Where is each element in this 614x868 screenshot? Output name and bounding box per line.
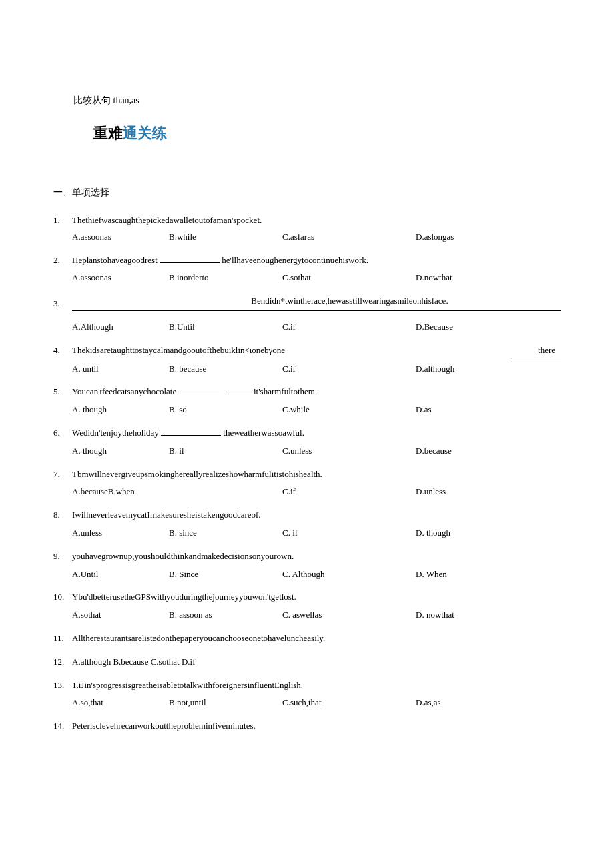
option-a: A.Until xyxy=(72,568,169,582)
option-c: C. if xyxy=(282,526,416,540)
blank-icon xyxy=(161,428,221,436)
option-a: A. until xyxy=(72,362,169,376)
option-d: D. though xyxy=(416,526,561,540)
option-a: A. though xyxy=(72,403,169,417)
option-d: D.Because xyxy=(416,320,561,334)
blank-icon xyxy=(179,386,219,394)
stem-post: he'llhaveenoughenergytocontinuehiswork. xyxy=(222,255,368,265)
stem-above: Bendidn*twintherace,hewasstillwearingasm… xyxy=(72,294,561,308)
option-d: D. When xyxy=(416,568,561,582)
option-d: D.as,as xyxy=(416,696,561,710)
question-number: 7. xyxy=(53,468,72,482)
option-d: D.nowthat xyxy=(416,271,561,285)
stem-post: it'sharmfultothem. xyxy=(254,386,317,396)
question-stem: Tbmwillnevergiveupsmokinghereallyrealize… xyxy=(72,468,561,482)
option-d: D.as xyxy=(416,403,561,417)
option-b: B. Since xyxy=(169,568,282,582)
question-stem: youhavegrownup,youshouldthinkandmakedeci… xyxy=(72,550,561,564)
question-stem: Peterisclevehrecanworkouttheprobleminfiv… xyxy=(72,719,561,733)
stem-pre: Youcan'tfeedcatsanychocolate xyxy=(72,386,176,396)
question-number: 2. xyxy=(53,254,72,268)
question-number: 8. xyxy=(53,508,72,522)
question-number: 4. xyxy=(53,344,72,358)
option-b: B.while xyxy=(169,230,282,244)
option-b: B. so xyxy=(169,403,282,417)
option-b: B. because xyxy=(169,362,282,376)
question-number: 13. xyxy=(53,679,72,693)
question-number: 1. xyxy=(53,213,72,228)
question-stem: Heplanstohaveagoodrest he'llhaveenoughen… xyxy=(72,254,561,268)
title-accent: 通关练 xyxy=(123,125,167,141)
option-c: C.such,that xyxy=(282,696,416,710)
option-ab: A.becauseB.when xyxy=(72,485,282,499)
option-a: A.sothat xyxy=(72,608,169,622)
option-b: B. if xyxy=(169,444,282,458)
option-b: B. assoon as xyxy=(169,608,282,622)
question-stem: Youcan'tfeedcatsanychocolate it'sharmful… xyxy=(72,385,561,399)
question-number: 3. xyxy=(53,297,72,311)
option-c: C.unless xyxy=(282,444,416,458)
option-c: C.sothat xyxy=(282,271,416,285)
question-number: 9. xyxy=(53,550,72,564)
option-a: A. though xyxy=(72,444,169,458)
question-stem: Alltherestaurantsarelistedonthepaperyouc… xyxy=(72,632,561,646)
option-c: C.if xyxy=(282,362,416,376)
blank-line-icon xyxy=(72,308,561,311)
option-c: C. aswellas xyxy=(282,608,416,622)
option-b: B. since xyxy=(169,526,282,540)
option-c: C.asfaras xyxy=(282,230,416,244)
question-number: 6. xyxy=(53,426,72,440)
question-stem: Wedidn'tenjoytheholiday theweatherwassoa… xyxy=(72,426,561,440)
option-d: D.because xyxy=(416,444,561,458)
trailing-blank: there xyxy=(511,344,561,358)
question-number: 10. xyxy=(53,590,72,604)
option-d: D.although xyxy=(416,362,561,376)
question-number: 12. xyxy=(53,655,72,669)
option-c: C. Although xyxy=(282,568,416,582)
option-c: C.if xyxy=(282,485,416,499)
option-c: C.if xyxy=(282,320,416,334)
option-b: B.not,until xyxy=(169,696,282,710)
option-d: D.unless xyxy=(416,485,561,499)
stem-pre: Heplanstohaveagoodrest xyxy=(72,255,158,265)
question-stem: Thekidsaretaughttostaycalmandgooutoftheb… xyxy=(72,344,285,358)
question-stem: A.although B.because C.sothat D.if xyxy=(72,655,561,669)
question-number: 11. xyxy=(53,632,72,646)
option-d: D.aslongas xyxy=(416,230,561,244)
question-stem: 1.iJin'sprogressisgreatheisabletotalkwit… xyxy=(72,679,561,693)
option-a: A.unless xyxy=(72,526,169,540)
stem-pre: Wedidn'tenjoytheholiday xyxy=(72,428,159,438)
section-head: 一、单项选择 xyxy=(53,185,561,200)
top-note: 比较从句 than,as xyxy=(73,93,561,108)
option-a: A.assoonas xyxy=(72,271,169,285)
stem-post: theweatherwassoawful. xyxy=(223,428,304,438)
title-block: 重难通关练 xyxy=(93,121,561,145)
option-c: C.while xyxy=(282,403,416,417)
question-stem: Ybu'dbetterusetheGPSwithyouduringthejour… xyxy=(72,590,561,604)
option-d: D. nowthat xyxy=(416,608,561,622)
option-a: A.so,that xyxy=(72,696,169,710)
title-main: 重难 xyxy=(93,125,123,141)
option-a: A.assoonas xyxy=(72,230,169,244)
question-number: 14. xyxy=(53,719,72,733)
option-b: B.inorderto xyxy=(169,271,282,285)
option-a: A.Although xyxy=(72,320,169,334)
question-stem: Thethiefwascaughthepickedawalletoutofama… xyxy=(72,213,561,228)
blank-icon xyxy=(225,386,252,394)
blank-icon xyxy=(160,255,220,263)
question-number: 5. xyxy=(53,385,72,399)
option-b: B.Until xyxy=(169,320,282,334)
question-stem: IwillneverleavemycatImakesuresheistakeng… xyxy=(72,508,561,522)
